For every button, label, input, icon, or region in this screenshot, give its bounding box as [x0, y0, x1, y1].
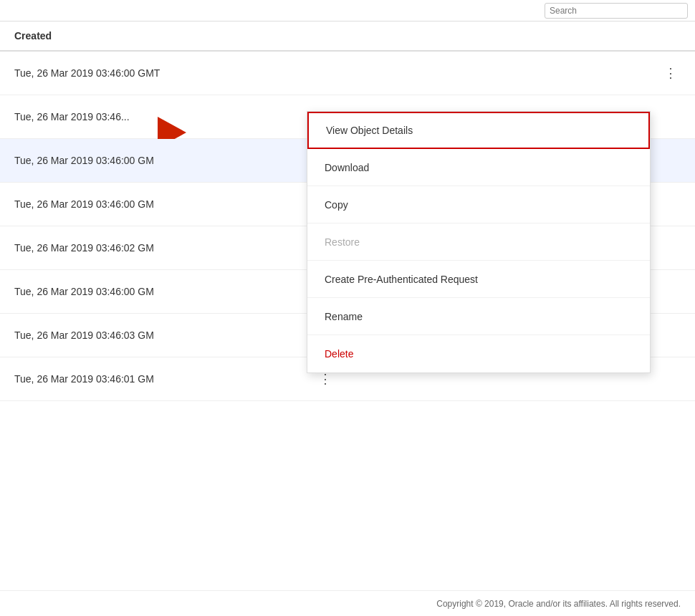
top-bar: [0, 0, 695, 21]
row-date: Tue, 26 Mar 2019 03:46:00 GM: [14, 286, 315, 297]
menu-item-delete[interactable]: Delete: [307, 335, 650, 372]
context-menu: View Object Details Download Copy Restor…: [307, 111, 651, 373]
kebab-menu-button[interactable]: ⋮: [661, 63, 681, 83]
row-date: Tue, 26 Mar 2019 03:46:03 GM: [14, 329, 315, 341]
menu-item-download[interactable]: Download: [307, 149, 650, 186]
menu-item-label: Delete: [325, 348, 353, 360]
column-header-created: Created: [14, 30, 52, 42]
row-date: Tue, 26 Mar 2019 03:46:01 GM: [14, 373, 315, 385]
row-date: Tue, 26 Mar 2019 03:46:00 GMT: [14, 67, 661, 79]
table-header: Created: [0, 21, 695, 52]
footer: Copyright © 2019, Oracle and/or its affi…: [0, 590, 695, 616]
menu-item-label: View Object Details: [326, 125, 413, 136]
row-date: Tue, 26 Mar 2019 03:46:00 GM: [14, 155, 315, 166]
menu-item-label: Download: [325, 162, 369, 173]
menu-item-create-pre-auth[interactable]: Create Pre-Authenticated Request: [307, 261, 650, 298]
menu-item-view-object-details[interactable]: View Object Details: [307, 112, 650, 149]
footer-copyright: Copyright © 2019, Oracle and/or its affi…: [436, 599, 681, 609]
search-input[interactable]: [545, 3, 688, 19]
menu-item-rename[interactable]: Rename: [307, 298, 650, 335]
row-date: Tue, 26 Mar 2019 03:46:02 GM: [14, 242, 315, 254]
menu-item-copy[interactable]: Copy: [307, 186, 650, 223]
menu-item-label: Copy: [325, 199, 348, 211]
row-date: Tue, 26 Mar 2019 03:46:00 GM: [14, 198, 315, 210]
menu-item-label: Rename: [325, 311, 363, 322]
menu-item-label: Restore: [325, 236, 360, 248]
menu-item-restore: Restore: [307, 223, 650, 261]
menu-item-label: Create Pre-Authenticated Request: [325, 274, 478, 285]
table-row: Tue, 26 Mar 2019 03:46:00 GMT ⋮: [0, 52, 695, 95]
